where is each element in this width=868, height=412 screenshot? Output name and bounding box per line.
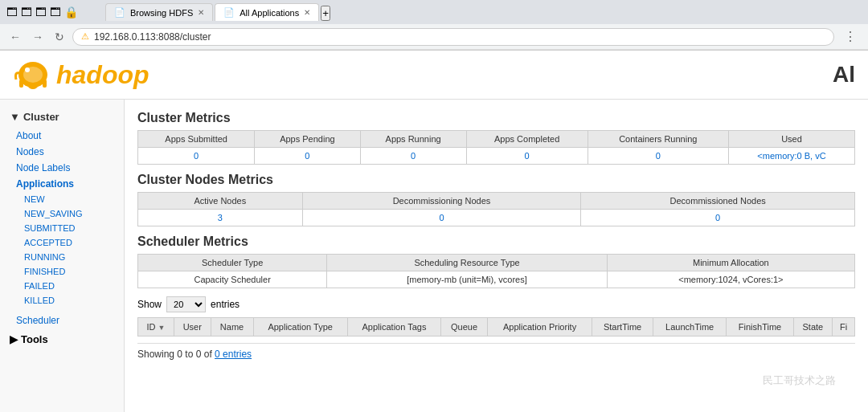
showing-text-start: Showing 0 to 0 of — [137, 349, 215, 360]
scheduler-metrics-title: Scheduler Metrics — [137, 235, 855, 249]
sidebar-finished-link[interactable]: FINISHED — [24, 267, 65, 276]
val-decommissioning-nodes[interactable]: 0 — [302, 210, 581, 226]
applications-table: ID ▼ User Name Application Type Applicat… — [137, 317, 855, 337]
apps-col-start-time: StartTime — [592, 318, 653, 337]
val-apps-running[interactable]: 0 — [360, 148, 466, 165]
forward-button[interactable]: → — [29, 29, 47, 45]
sidebar-item-killed[interactable]: KILLED — [0, 293, 124, 308]
col-apps-completed: Apps Completed — [466, 131, 588, 148]
apps-col-name: Name — [211, 318, 253, 337]
sidebar-cluster-header[interactable]: ▼ Cluster — [0, 106, 124, 128]
svg-rect-5 — [43, 80, 47, 88]
cluster-nodes-title: Cluster Nodes Metrics — [137, 173, 855, 187]
window-icon-2: 🗔 — [21, 6, 32, 18]
col-containers-running: Containers Running — [588, 131, 728, 148]
sidebar-nodes-link[interactable]: Nodes — [16, 146, 44, 157]
tab2-label: All Applications — [240, 8, 299, 18]
window-icon-5: 🔒 — [64, 6, 78, 18]
page-title: Al — [833, 62, 855, 88]
val-apps-completed[interactable]: 0 — [466, 148, 588, 165]
window-icon-4: 🗔 — [50, 6, 61, 18]
col-used: Used — [728, 131, 854, 148]
sidebar-accepted-link[interactable]: ACCEPTED — [24, 238, 72, 247]
browser-tab-1[interactable]: 📄 Browsing HDFS ✕ — [105, 3, 213, 21]
sidebar-new-saving-link[interactable]: NEW_SAVING — [24, 209, 83, 218]
hadoop-elephant-icon — [13, 57, 53, 92]
apps-col-app-type: Application Type — [253, 318, 347, 337]
val-apps-pending[interactable]: 0 — [255, 148, 360, 165]
show-entries-row: Show 10 20 50 100 entries — [137, 296, 855, 312]
page-header: hadoop Al — [0, 51, 868, 100]
id-label: ID — [147, 322, 156, 332]
cluster-metrics-title: Cluster Metrics — [137, 111, 855, 125]
sidebar-submitted-link[interactable]: SUBMITTED — [24, 223, 76, 233]
sidebar-item-applications[interactable]: Applications — [0, 176, 124, 192]
reload-button[interactable]: ↻ — [51, 29, 68, 45]
cluster-arrow-icon: ▼ — [10, 111, 20, 123]
back-button[interactable]: ← — [6, 29, 24, 45]
apps-col-queue: Queue — [441, 318, 488, 337]
apps-col-launch-time: LaunchTime — [653, 318, 727, 337]
col-scheduling-resource-type: Scheduling Resource Type — [327, 255, 607, 271]
svg-rect-4 — [19, 80, 23, 88]
sidebar-killed-link[interactable]: KILLED — [24, 296, 55, 305]
apps-col-state: State — [793, 318, 832, 337]
showing-info: Showing 0 to 0 of 0 entries — [137, 343, 855, 365]
apps-col-app-priority: Application Priority — [487, 318, 592, 337]
sidebar-applications-link[interactable]: Applications — [16, 178, 74, 190]
hadoop-logo-text: hadoop — [56, 60, 149, 90]
window-icon-3: 🗔 — [35, 6, 47, 18]
sidebar-item-accepted[interactable]: ACCEPTED — [0, 235, 124, 250]
col-active-nodes: Active Nodes — [138, 193, 303, 210]
sidebar-about-link[interactable]: About — [16, 130, 41, 141]
sidebar-item-new[interactable]: NEW — [0, 192, 124, 206]
col-scheduler-type: Scheduler Type — [138, 255, 327, 271]
col-apps-running: Apps Running — [360, 131, 466, 148]
svg-point-2 — [25, 67, 30, 72]
browser-titlebar: 🗔 🗔 🗔 🗔 🔒 📄 Browsing HDFS ✕ 📄 All Applic… — [0, 0, 868, 24]
apps-col-id[interactable]: ID ▼ — [138, 318, 174, 337]
val-used: <memory:0 B, vC — [728, 148, 854, 165]
sidebar-item-submitted[interactable]: SUBMITTED — [0, 221, 124, 235]
tab2-close[interactable]: ✕ — [304, 8, 310, 17]
sidebar-item-node-labels[interactable]: Node Labels — [0, 160, 124, 176]
col-apps-pending: Apps Pending — [255, 131, 360, 148]
sidebar-node-labels-link[interactable]: Node Labels — [16, 162, 70, 173]
browser-chrome: 🗔 🗔 🗔 🗔 🔒 📄 Browsing HDFS ✕ 📄 All Applic… — [0, 0, 868, 51]
entries-select[interactable]: 10 20 50 100 — [166, 296, 206, 312]
val-scheduling-resource-type: [memory-mb (unit=Mi), vcores] — [327, 271, 607, 288]
new-tab-button[interactable]: + — [321, 6, 330, 21]
browser-tab-2[interactable]: 📄 All Applications ✕ — [215, 3, 319, 21]
val-active-nodes[interactable]: 3 — [138, 210, 303, 226]
cluster-metrics-table: Apps Submitted Apps Pending Apps Running… — [137, 130, 855, 165]
sidebar-item-about[interactable]: About — [0, 128, 124, 144]
sidebar-item-running[interactable]: RUNNING — [0, 250, 124, 264]
sidebar-tools-header[interactable]: ▶ Tools — [0, 328, 124, 350]
col-apps-submitted: Apps Submitted — [138, 131, 255, 148]
tab1-close[interactable]: ✕ — [198, 8, 204, 17]
showing-zero-link[interactable]: 0 entries — [215, 349, 252, 360]
window-icon-1: 🗔 — [6, 6, 18, 18]
browser-settings-button[interactable]: ⋮ — [839, 27, 862, 46]
sidebar-item-finished[interactable]: FINISHED — [0, 264, 124, 279]
hadoop-logo: hadoop — [13, 57, 149, 92]
security-icon: ⚠ — [81, 31, 89, 42]
apps-col-finish-time: FinishTime — [727, 318, 793, 337]
tab1-label: Browsing HDFS — [130, 8, 193, 18]
sidebar-item-nodes[interactable]: Nodes — [0, 144, 124, 160]
sidebar-item-failed[interactable]: FAILED — [0, 279, 124, 293]
sidebar-failed-link[interactable]: FAILED — [24, 281, 55, 291]
sidebar-scheduler-link[interactable]: Scheduler — [16, 315, 59, 326]
col-decommissioned-nodes: Decommissioned Nodes — [581, 193, 855, 210]
val-apps-submitted[interactable]: 0 — [138, 148, 255, 165]
sidebar-item-scheduler[interactable]: Scheduler — [0, 312, 124, 328]
sidebar-item-new-saving[interactable]: NEW_SAVING — [0, 206, 124, 221]
address-bar[interactable]: ⚠ 192.168.0.113:8088/cluster — [72, 28, 834, 46]
sidebar-new-link[interactable]: NEW — [24, 194, 45, 204]
val-scheduler-type: Capacity Scheduler — [138, 271, 327, 288]
val-decommissioned-nodes[interactable]: 0 — [581, 210, 855, 226]
tools-arrow-icon: ▶ — [10, 333, 18, 345]
cluster-nodes-table: Active Nodes Decommissioning Nodes Decom… — [137, 192, 855, 226]
val-containers-running[interactable]: 0 — [588, 148, 728, 165]
sidebar-running-link[interactable]: RUNNING — [24, 252, 65, 262]
